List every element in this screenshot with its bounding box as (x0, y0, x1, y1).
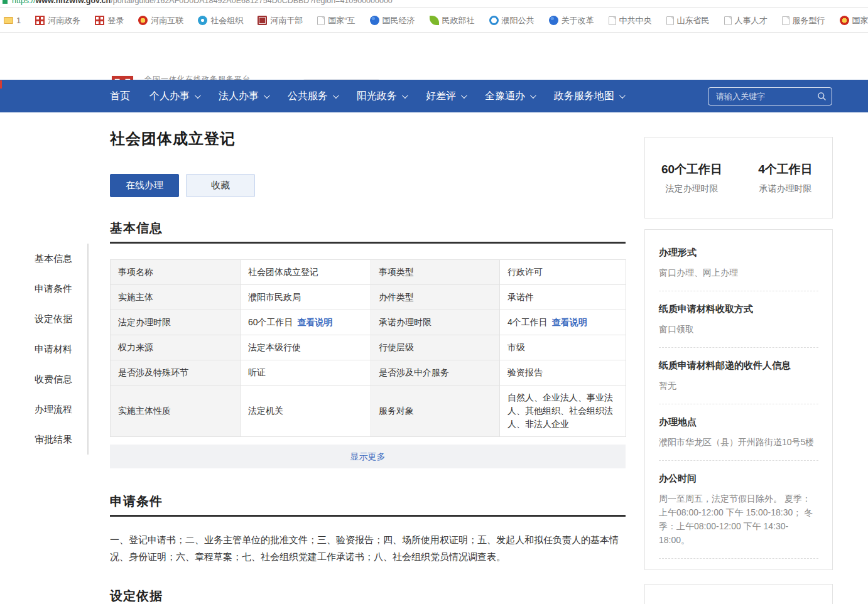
cell-value: 听证 (248, 367, 266, 377)
bookmark-item[interactable]: 1 (4, 16, 21, 25)
table-row: 事项名称 社会团体成立登记 事项类型 行政许可 (111, 260, 626, 285)
info-section-title: 办公时间 (659, 473, 818, 485)
section-title: 申请条件 (110, 493, 626, 510)
address-bar[interactable]: https://www.hnzwfw.gov.cn/portal/guide/1… (0, 0, 868, 8)
info-section: 办公时间 周一至周五，法定节假日除外。 夏季：上午08:00-12:00 下午 … (659, 461, 818, 559)
table-value-cell: 听证 (241, 360, 371, 386)
nav-menu-item[interactable]: 个人办事 (149, 90, 199, 103)
caret-down-icon (333, 92, 339, 99)
anchor-nav-item[interactable]: 申请条件 (35, 274, 87, 304)
site-header: 全国一体化在线政务服务平台 河南政务服务网 濮阳市 切换地区/部门 国家政务服务… (0, 33, 868, 80)
info-section-content: 窗口领取 (659, 322, 818, 336)
bookmark-label: 山东省民 (677, 15, 710, 26)
main-nav: 首页 个人办事 法人办事 公共服务 (0, 80, 868, 112)
bookmark-item[interactable]: 中共中央 (609, 15, 652, 26)
bookmark-item[interactable]: 河南干部 (258, 15, 303, 26)
bookmark-item[interactable]: 山东省民 (666, 15, 710, 26)
bookmark-label: 河南互联 (151, 15, 183, 26)
basic-info-heading: 基本信息 (110, 220, 626, 244)
bookmark-item[interactable]: 社会组织 (198, 15, 243, 26)
bookmark-item[interactable]: 民政部社 (430, 15, 475, 26)
anchor-nav-item[interactable]: 收费信息 (35, 364, 87, 394)
bookmark-label: 1 (16, 16, 21, 25)
anchor-nav-item[interactable]: 办理流程 (35, 394, 87, 424)
table-label-cell: 是否涉及特殊环节 (111, 360, 241, 386)
table-row: 是否涉及特殊环节 听证 是否涉及中介服务 验资报告 (111, 360, 626, 386)
bookmark-label: 中共中央 (619, 15, 652, 26)
caret-down-icon (530, 92, 536, 99)
baidu-paw-icon (370, 16, 379, 25)
bookmark-item[interactable]: 国民经济 (370, 15, 415, 26)
table-label-cell: 法定办理时限 (111, 310, 241, 335)
anchor-nav-item[interactable]: 申请材料 (35, 334, 87, 364)
show-more-button[interactable]: 显示更多 (110, 445, 626, 468)
blue-globe-icon (198, 16, 207, 25)
left-edge-accent (0, 80, 2, 89)
nav-menu-item[interactable]: 阳光政务 (357, 90, 406, 103)
time-limit-stat: 4个工作日 承诺办理时限 (739, 161, 832, 195)
apply-conditions-text: 一、登记申请书；二、业务主管单位的批准文件；三、验资报告；四、场所使用权证明；五… (110, 531, 626, 565)
nav-menu: 首页 个人办事 法人办事 公共服务 (110, 80, 624, 112)
nav-item-label: 全豫通办 (485, 90, 525, 103)
bookmark-item[interactable]: 关于改革 (549, 15, 594, 26)
info-section-content: 周一至周五，法定节假日除外。 夏季：上午08:00-12:00 下午 15:00… (659, 492, 818, 547)
bookmarks-bar: 1 河南政务 登录 河南互联 社会组织 (0, 9, 868, 33)
time-limit-card: 60个工作日 法定办理时限 4个工作日 承诺办理时限 (644, 137, 833, 218)
bookmark-item[interactable]: 濮阳公共 (489, 15, 534, 26)
table-row: 实施主体 濮阳市民政局 办件类型 承诺件 (111, 285, 626, 310)
search-icon[interactable] (817, 92, 827, 101)
page-icon (782, 16, 789, 25)
table-value-cell: 市级 (500, 335, 626, 360)
security-indicator-icon (3, 0, 8, 4)
table-label-cell: 行使层级 (371, 335, 500, 360)
bookmark-item[interactable]: 登录 (95, 15, 124, 26)
bookmark-label: 濮阳公共 (502, 15, 534, 26)
green-leaf-icon (430, 16, 439, 25)
bookmark-label: 人事人才 (735, 15, 768, 26)
bookmark-item[interactable]: 国家文物 (840, 15, 868, 26)
bookmark-item[interactable]: 人事人才 (724, 15, 768, 26)
nav-menu-item[interactable]: 法人办事 (219, 90, 268, 103)
section-title: 设定依据 (110, 588, 626, 604)
browser-window: https://www.hnzwfw.gov.cn/portal/guide/1… (0, 0, 868, 604)
favorite-button[interactable]: 收藏 (186, 174, 255, 197)
apply-conditions-heading: 申请条件 (110, 493, 626, 517)
table-value-cell: 行政许可 (500, 260, 626, 285)
bookmark-item[interactable]: 河南政务 (35, 15, 80, 26)
info-section: 纸质申请材料收取方式 窗口领取 (659, 291, 818, 348)
anchor-nav-item[interactable]: 基本信息 (35, 244, 87, 274)
nav-item-label: 首页 (110, 90, 130, 103)
page-icon (317, 16, 325, 25)
caret-down-icon (402, 92, 408, 99)
url-host: www.hnzwfw.gov.cn (36, 0, 111, 5)
url-path: /portal/guide/162AF0D0DA18492A0E6812754D… (111, 0, 393, 5)
cell-value: 法定本级行使 (248, 342, 301, 352)
view-explanation-link[interactable]: 查看说明 (552, 317, 587, 327)
nav-menu-item[interactable]: 政务服务地图 (554, 90, 624, 103)
anchor-nav-item[interactable]: 设定依据 (35, 304, 87, 334)
nav-menu-item[interactable]: 公共服务 (288, 90, 337, 103)
baidu-paw-icon (549, 16, 558, 25)
page-url[interactable]: https://www.hnzwfw.gov.cn/portal/guide/1… (3, 0, 393, 5)
anchor-nav-item[interactable]: 审批结果 (35, 424, 87, 455)
nav-item-label: 法人办事 (219, 90, 259, 103)
online-apply-button[interactable]: 在线办理 (110, 174, 179, 197)
page-icon (609, 16, 616, 25)
cell-value: 行政许可 (507, 267, 543, 277)
site-search-input[interactable] (708, 87, 832, 105)
nav-item-label: 好差评 (426, 90, 456, 103)
bookmark-label: 国家文物 (852, 15, 868, 26)
bookmark-item[interactable]: 河南互联 (138, 15, 183, 26)
bookmark-label: 服务型行 (793, 15, 825, 26)
nav-menu-item[interactable]: 好差评 (426, 90, 465, 103)
bookmark-item[interactable]: 服务型行 (782, 15, 825, 26)
bookmark-label: 国家“互 (328, 15, 355, 26)
nav-menu-item[interactable]: 首页 (110, 90, 130, 103)
info-section-content: 濮阳市华龙区（县）开州路街道10号5楼 (659, 435, 818, 449)
view-explanation-link[interactable]: 查看说明 (298, 317, 333, 327)
nav-menu-item[interactable]: 全豫通办 (485, 90, 534, 103)
table-label-cell: 是否涉及中介服务 (371, 360, 500, 386)
table-label-cell: 事项名称 (111, 260, 241, 285)
table-row: 法定办理时限 60个工作日查看说明 承诺办理时限 4个工作日查看说明 (111, 310, 626, 335)
bookmark-item[interactable]: 国家“互 (317, 15, 355, 26)
